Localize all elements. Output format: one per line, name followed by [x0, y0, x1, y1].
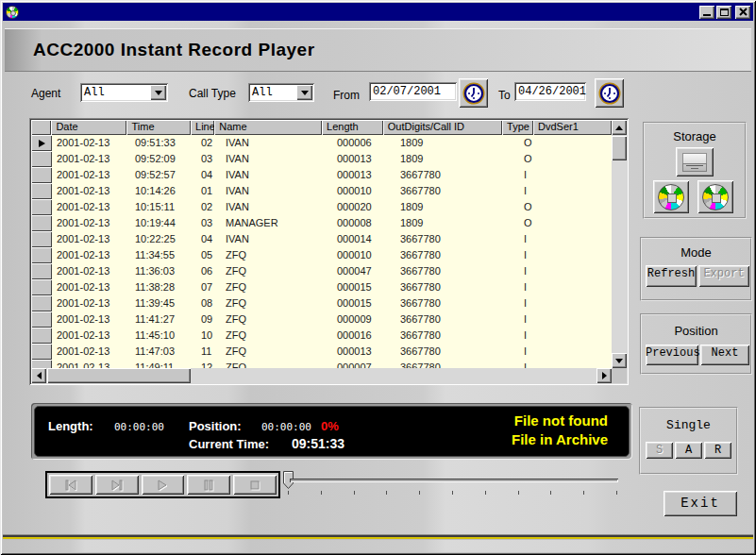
stop-button[interactable] [233, 475, 277, 495]
grid-cell[interactable]: 2001-02-13 [52, 199, 130, 215]
row-selector[interactable] [31, 311, 52, 328]
grid-cell[interactable]: IVAN [221, 167, 332, 183]
grid-cell[interactable]: IVAN [221, 151, 332, 167]
grid-cell[interactable]: 3667780 [395, 231, 519, 247]
scroll-right-button[interactable] [596, 368, 612, 383]
grid-cell[interactable]: 3667780 [395, 360, 519, 368]
grid-cell[interactable]: 11:47:03 [130, 344, 196, 360]
vertical-scroll-thumb[interactable] [612, 136, 627, 160]
grid-cell[interactable]: ZFQ [221, 263, 332, 279]
grid-cell[interactable]: 2001-02-13 [52, 263, 130, 279]
grid-cell[interactable]: I [519, 360, 551, 368]
from-date-picker-button[interactable] [459, 78, 488, 108]
table-row[interactable]: 2001-02-1309:51:3302IVAN0000061809O [31, 135, 612, 151]
grid-cell[interactable]: ZFQ [221, 247, 332, 263]
grid-cell[interactable] [551, 328, 612, 344]
grid-cell[interactable]: ZFQ [221, 295, 332, 311]
table-row[interactable]: 2001-02-1310:15:1102IVAN0000201809O [31, 199, 612, 215]
table-row[interactable]: 2001-02-1310:14:2601IVAN0000103667780I [31, 183, 612, 199]
grid-cell[interactable] [551, 167, 612, 183]
grid-cell[interactable]: I [519, 167, 551, 183]
row-selector[interactable] [31, 295, 52, 311]
grid-cell[interactable]: 2001-02-13 [52, 279, 130, 295]
grid-cell[interactable]: 04 [196, 167, 221, 183]
call-type-combobox[interactable]: All [248, 83, 314, 102]
grid-cell[interactable]: 09 [196, 311, 221, 328]
grid-cell[interactable]: 2001-02-13 [52, 183, 130, 199]
single-r-button[interactable]: R [704, 442, 731, 459]
grid-cell[interactable]: 09:52:09 [130, 151, 196, 167]
table-row[interactable]: 2001-02-1311:36:0306ZFQ0000473667780I [31, 263, 612, 279]
grid-cell[interactable]: 2001-02-13 [52, 247, 130, 263]
table-row[interactable]: 2001-02-1311:47:0311ZFQ0000133667780I [31, 344, 612, 360]
grid-cell[interactable]: ZFQ [221, 311, 332, 328]
next-button[interactable]: Next [700, 345, 749, 365]
row-selector[interactable] [31, 135, 52, 151]
table-row[interactable]: 2001-02-1311:38:2807ZFQ0000153667780I [31, 279, 612, 295]
grid-cell[interactable]: 000010 [332, 247, 395, 263]
grid-cell[interactable]: 09:52:57 [130, 167, 196, 183]
storage-cd1-button[interactable] [653, 180, 689, 213]
slider-track[interactable] [290, 479, 618, 482]
column-header[interactable]: Type [502, 120, 533, 135]
grid-cell[interactable]: 000010 [332, 183, 395, 199]
grid-cell[interactable]: 02 [196, 135, 221, 151]
maximize-button[interactable] [716, 6, 731, 19]
grid-cell[interactable]: 000006 [332, 135, 395, 151]
grid-cell[interactable] [551, 263, 612, 279]
pause-button[interactable] [187, 475, 230, 495]
grid-cell[interactable]: 10:14:26 [130, 183, 196, 199]
grid-cell[interactable]: 000016 [332, 328, 395, 344]
scroll-up-button[interactable] [612, 120, 627, 135]
grid-cell[interactable]: ZFQ [221, 279, 332, 295]
grid-cell[interactable] [551, 311, 612, 328]
grid-cell[interactable]: 10:15:11 [130, 199, 196, 215]
grid-cell[interactable]: 07 [196, 279, 221, 295]
grid-cell[interactable]: 3667780 [395, 311, 519, 328]
table-row[interactable]: 2001-02-1311:39:4508ZFQ0000153667780I [31, 295, 612, 311]
grid-cell[interactable]: 000013 [332, 151, 395, 167]
column-header[interactable]: Time [126, 120, 191, 135]
grid-cell[interactable]: I [519, 263, 551, 279]
previous-button[interactable]: Previous [646, 345, 698, 365]
grid-cell[interactable]: I [519, 295, 551, 311]
skip-to-end-button[interactable] [95, 475, 139, 495]
grid-cell[interactable]: O [519, 199, 551, 215]
grid-cell[interactable]: 000009 [332, 311, 395, 328]
grid-cell[interactable]: 05 [196, 247, 221, 263]
scroll-down-button[interactable] [612, 353, 627, 368]
column-header[interactable]: Line [191, 120, 214, 135]
single-s-button[interactable]: S [646, 442, 673, 459]
row-selector[interactable] [31, 279, 52, 295]
grid-cell[interactable]: 2001-02-13 [52, 295, 130, 311]
to-date-field[interactable]: 04/26/2001 [514, 82, 586, 101]
row-selector[interactable] [31, 183, 52, 199]
refresh-button[interactable]: Refresh [646, 265, 697, 287]
grid-cell[interactable]: 3667780 [395, 247, 519, 263]
grid-cell[interactable]: 000015 [332, 295, 395, 311]
horizontal-scrollbar[interactable] [31, 368, 612, 383]
column-header[interactable]: DvdSer1 [533, 120, 612, 135]
single-a-button[interactable]: A [675, 442, 702, 459]
grid-cell[interactable] [551, 199, 612, 215]
grid-cell[interactable] [551, 344, 612, 360]
grid-cell[interactable]: 03 [196, 215, 221, 231]
grid-cell[interactable]: 2001-02-13 [52, 311, 130, 328]
to-date-picker-button[interactable] [595, 78, 624, 108]
grid-cell[interactable]: 2001-02-13 [52, 135, 130, 151]
grid-cell[interactable]: 1809 [395, 135, 519, 151]
grid-cell[interactable]: 2001-02-13 [52, 167, 130, 183]
grid-cell[interactable]: 2001-02-13 [52, 328, 130, 344]
storage-drive-button[interactable] [676, 147, 714, 177]
table-row[interactable]: 2001-02-1311:41:2709ZFQ0000093667780I [31, 311, 612, 328]
grid-cell[interactable]: 08 [196, 295, 221, 311]
agent-dropdown-button[interactable] [150, 85, 166, 100]
grid-cell[interactable]: IVAN [221, 199, 332, 215]
grid-cell[interactable]: 11:39:45 [130, 295, 196, 311]
grid-cell[interactable]: O [519, 215, 551, 231]
grid-cell[interactable] [551, 295, 612, 311]
grid-cell[interactable]: 09:51:33 [130, 135, 196, 151]
horizontal-scroll-thumb[interactable] [47, 368, 191, 383]
grid-cell[interactable]: 12 [196, 360, 221, 368]
grid-cell[interactable]: 2001-02-13 [52, 231, 130, 247]
